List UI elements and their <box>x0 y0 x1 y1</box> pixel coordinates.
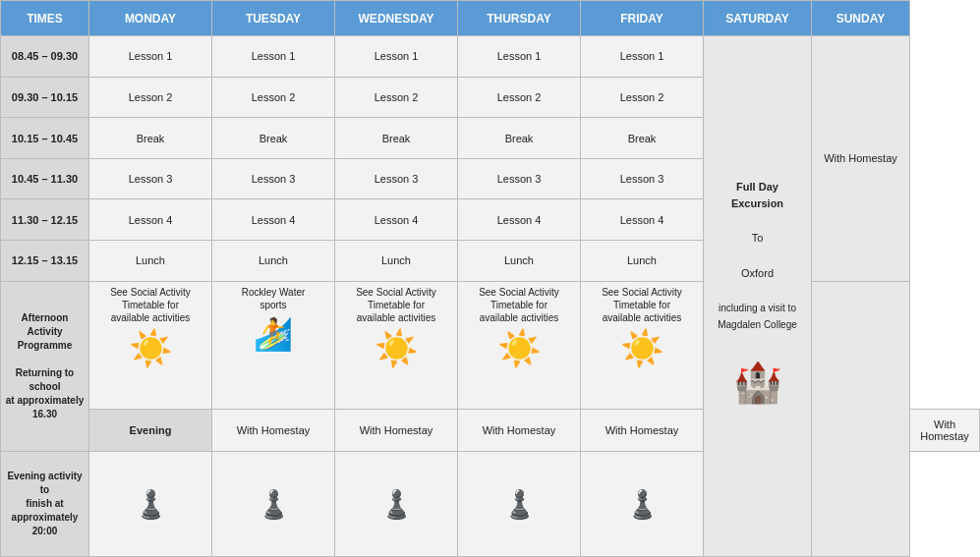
time-cell: 08.45 – 09.30 <box>1 36 89 78</box>
mon-lunch: Lunch <box>89 241 212 282</box>
full-day-excursion-text: Full DayExcursionToOxfordincluding a vis… <box>718 181 797 331</box>
tue-lunch: Lunch <box>212 241 335 282</box>
tue-activity-text: Rockley Water sports <box>216 286 330 311</box>
mon-sun-icon: ☀️ <box>93 328 207 369</box>
thu-sun-icon: ☀️ <box>462 328 576 369</box>
mon-afternoon: See Social Activity Timetable for availa… <box>89 281 212 409</box>
thu-activity-text: See Social Activity Timetable for availa… <box>462 286 576 324</box>
sunday-empty-bottom <box>812 281 910 556</box>
mon-evening-act: ♟️ <box>89 452 212 557</box>
thu-lesson4: Lesson 4 <box>458 199 581 241</box>
time-cell: 10.45 – 11.30 <box>1 158 89 199</box>
mon-activity-text: See Social Activity Timetable for availa… <box>93 286 207 324</box>
fri-evening-act: ♟️ <box>581 452 704 557</box>
thu-lesson1: Lesson 1 <box>458 36 581 78</box>
time-cell: 09.30 – 10.15 <box>1 77 89 118</box>
fri-lunch: Lunch <box>581 241 704 282</box>
wed-evening: With Homestay <box>458 410 581 452</box>
header-sunday: SUNDAY <box>812 1 910 36</box>
tue-afternoon: Rockley Water sports 🏄 <box>212 281 335 409</box>
mon-lesson2: Lesson 2 <box>89 77 212 118</box>
afternoon-time-label: Afternoon Activity Programme Returning t… <box>1 281 89 451</box>
thu-lesson2: Lesson 2 <box>458 77 581 118</box>
thu-break: Break <box>458 118 581 159</box>
sunday-homestay-top: With Homestay <box>812 36 910 282</box>
wed-lesson1: Lesson 1 <box>335 36 458 78</box>
tue-lesson3: Lesson 3 <box>212 158 335 199</box>
wed-break: Break <box>335 118 458 159</box>
evening-time-label: Evening <box>89 410 212 452</box>
time-cell: 12.15 – 13.15 <box>1 241 89 282</box>
tue-evening-act: ♟️ <box>212 452 335 557</box>
fri-activity-text: See Social Activity Timetable for availa… <box>585 286 699 324</box>
tue-lesson2: Lesson 2 <box>212 77 335 118</box>
header-friday: FRIDAY <box>581 1 704 36</box>
afternoon-row: Afternoon Activity Programme Returning t… <box>1 281 980 409</box>
wed-lunch: Lunch <box>335 241 458 282</box>
header-saturday: SATURDAY <box>704 1 812 36</box>
wed-lesson4: Lesson 4 <box>335 199 458 241</box>
table-row: 08.45 – 09.30 Lesson 1 Lesson 1 Lesson 1… <box>1 36 980 78</box>
thu-afternoon: See Social Activity Timetable for availa… <box>458 281 581 409</box>
mon-break: Break <box>89 118 212 159</box>
wed-sun-icon: ☀️ <box>339 328 453 369</box>
mon-lesson4: Lesson 4 <box>89 199 212 241</box>
header-thursday: THURSDAY <box>458 1 581 36</box>
tue-break: Break <box>212 118 335 159</box>
mon-evening: With Homestay <box>212 410 335 452</box>
wed-lesson3: Lesson 3 <box>335 158 458 199</box>
thu-lunch: Lunch <box>458 241 581 282</box>
fri-lesson4: Lesson 4 <box>581 199 704 241</box>
tue-evening: With Homestay <box>335 410 458 452</box>
visit-text: including a visit to Magdalen College <box>718 303 797 331</box>
mon-lesson3: Lesson 3 <box>89 158 212 199</box>
castle-icon: 🏰 <box>708 351 807 414</box>
wed-lesson2: Lesson 2 <box>335 77 458 118</box>
fri-afternoon: See Social Activity Timetable for availa… <box>581 281 704 409</box>
fri-lesson3: Lesson 3 <box>581 158 704 199</box>
fri-break: Break <box>581 118 704 159</box>
time-cell: 10.15 – 10.45 <box>1 118 89 159</box>
evening-activity-time-label: Evening activity to finish at approximat… <box>1 452 89 557</box>
fri-evening: With Homestay <box>910 410 980 452</box>
tue-lesson1: Lesson 1 <box>212 36 335 78</box>
time-cell: 11.30 – 12.15 <box>1 199 89 241</box>
thu-lesson3: Lesson 3 <box>458 158 581 199</box>
header-times: TIMES <box>1 1 89 36</box>
wed-activity-text: See Social Activity Timetable for availa… <box>339 286 453 324</box>
thu-evening-act: ♟️ <box>458 452 581 557</box>
wed-evening-act: ♟️ <box>335 452 458 557</box>
tue-water-icon: 🏄 <box>216 315 330 353</box>
fri-lesson1: Lesson 1 <box>581 36 704 78</box>
fri-lesson2: Lesson 2 <box>581 77 704 118</box>
thu-evening: With Homestay <box>581 410 704 452</box>
wed-afternoon: See Social Activity Timetable for availa… <box>335 281 458 409</box>
tue-lesson4: Lesson 4 <box>212 199 335 241</box>
header-tuesday: TUESDAY <box>212 1 335 36</box>
header-monday: MONDAY <box>89 1 212 36</box>
header-wednesday: WEDNESDAY <box>335 1 458 36</box>
mon-lesson1: Lesson 1 <box>89 36 212 78</box>
saturday-full-day: Full DayExcursionToOxfordincluding a vis… <box>704 36 812 557</box>
fri-sun-icon: ☀️ <box>585 328 699 369</box>
sun-with-homestay: With Homestay <box>824 152 897 164</box>
